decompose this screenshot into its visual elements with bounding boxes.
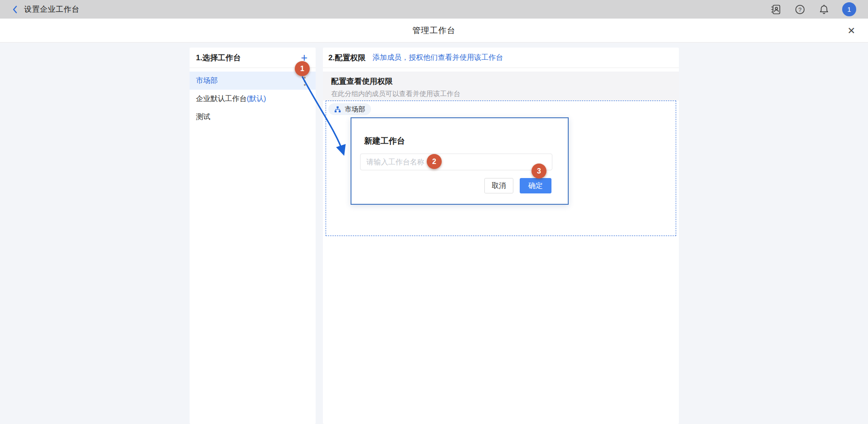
workspace-list: 市场部 企业默认工作台(默认) 测试 xyxy=(190,68,316,126)
back-button[interactable]: 设置企业工作台 xyxy=(12,4,80,14)
org-chart-icon xyxy=(334,106,341,113)
more-menu-icon[interactable] xyxy=(304,77,306,86)
help-icon[interactable]: ? xyxy=(794,4,806,15)
step-badge-2: 2 xyxy=(427,154,442,169)
workspace-item-label: 测试 xyxy=(196,112,210,122)
topbar: 设置企业工作台 ? xyxy=(0,0,868,19)
add-member-link[interactable]: 添加成员，授权他们查看并使用该工作台 xyxy=(372,53,503,63)
step-badge-1: 1 xyxy=(295,61,310,76)
workspace-name-input[interactable] xyxy=(360,154,552,170)
confirm-button[interactable]: 确定 xyxy=(520,178,551,193)
default-tag: (默认) xyxy=(247,94,266,104)
permission-section-desc: 在此分组内的成员可以查看并使用该工作台 xyxy=(331,90,671,98)
workspace-panel-title: 1.选择工作台 xyxy=(196,53,299,63)
cancel-button[interactable]: 取消 xyxy=(484,178,513,193)
workspace-item-marketing[interactable]: 市场部 xyxy=(190,72,316,90)
permission-section-title: 配置查看使用权限 xyxy=(331,76,671,87)
close-icon[interactable]: ✕ xyxy=(847,26,855,35)
modal-title: 新建工作台 xyxy=(364,135,405,146)
avatar[interactable]: 1 xyxy=(842,2,856,16)
step-badge-3: 3 xyxy=(532,164,546,178)
bell-icon[interactable] xyxy=(818,4,830,15)
workspace-item-default[interactable]: 企业默认工作台(默认) xyxy=(190,90,316,108)
workspace-item-test[interactable]: 测试 xyxy=(190,108,316,126)
svg-text:?: ? xyxy=(799,6,802,13)
org-tag-label: 市场部 xyxy=(345,105,365,114)
permission-panel-header: 2.配置权限 添加成员，授权他们查看并使用该工作台 xyxy=(323,48,679,68)
page-title: 管理工作台 xyxy=(413,25,456,36)
dialog-header: 管理工作台 ✕ xyxy=(0,19,868,43)
topbar-actions: ? 1 xyxy=(770,2,856,16)
permission-panel-title: 2.配置权限 xyxy=(328,53,366,63)
create-workspace-modal: 新建工作台 取消 确定 xyxy=(351,117,569,205)
topbar-title: 设置企业工作台 xyxy=(24,4,80,14)
permission-section: 配置查看使用权限 在此分组内的成员可以查看并使用该工作台 xyxy=(323,72,679,101)
modal-buttons: 取消 确定 xyxy=(484,178,551,193)
workspace-panel: 1.选择工作台 + 市场部 企业默认工作台(默认) 测试 xyxy=(190,48,316,424)
contacts-icon[interactable] xyxy=(770,4,782,15)
workspace-item-label: 市场部 xyxy=(196,76,218,86)
permission-panel: 2.配置权限 添加成员，授权他们查看并使用该工作台 配置查看使用权限 在此分组内… xyxy=(323,48,679,424)
back-chevron-icon xyxy=(12,5,18,14)
page: 设置企业工作台 ? xyxy=(0,0,868,424)
org-tag[interactable]: 市场部 xyxy=(328,103,371,115)
workspace-item-label: 企业默认工作台 xyxy=(196,94,247,104)
